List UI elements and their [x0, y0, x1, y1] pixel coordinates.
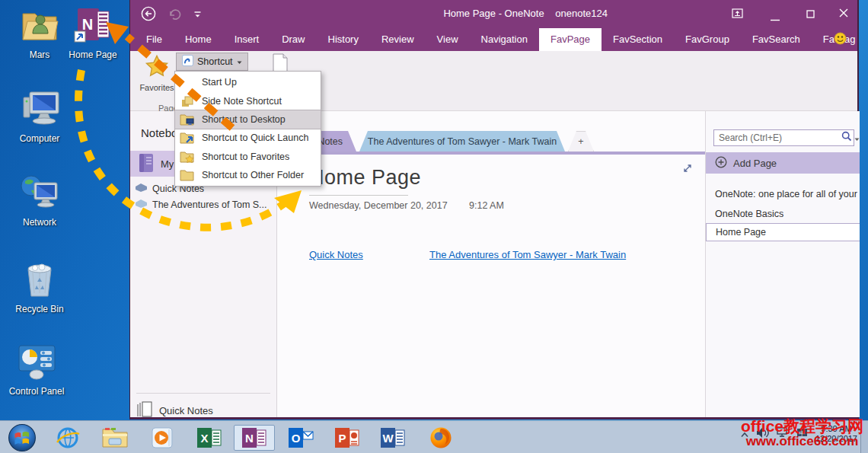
desktop-icon-label: Control Panel [3, 386, 70, 397]
favorites-button[interactable]: Favorites [138, 54, 176, 106]
menu-item-shortcut-to-favorites[interactable]: Shortcut to Favorites [175, 148, 321, 166]
add-section-label: + [578, 136, 583, 147]
quick-notes-footer[interactable]: Quick Notes [136, 400, 213, 421]
page-list-pane: Add Page OneNote: one place for all of y… [705, 111, 860, 417]
tab-view[interactable]: View [426, 28, 470, 51]
window-title: Home Page - OneNote [130, 8, 857, 19]
word-icon[interactable]: W [378, 425, 407, 451]
ribbon-display-options-icon[interactable] [732, 8, 743, 21]
folder-arrow-icon [180, 131, 196, 145]
internet-explorer-icon[interactable] [53, 425, 82, 451]
tab-favsearch[interactable]: FavSearch [741, 28, 812, 51]
onenote-taskbar-icon[interactable]: N [234, 425, 275, 451]
tray-expand-icon[interactable] [740, 427, 749, 441]
search-box[interactable] [713, 129, 854, 146]
favorites-label: Favorites [138, 83, 176, 92]
start-button[interactable] [8, 425, 37, 451]
tab-home[interactable]: Home [174, 28, 223, 51]
desktop-icon-label: Network [6, 217, 73, 228]
tab-file[interactable]: File [135, 28, 174, 51]
section-label: The Adventures of Tom S... [152, 199, 267, 210]
link-tom-sawyer[interactable]: The Adventures of Tom Sawyer - Mark Twai… [429, 249, 626, 260]
tab-navigation[interactable]: Navigation [470, 28, 539, 51]
svg-text:O: O [292, 432, 301, 445]
pages-icon [136, 400, 153, 421]
tab-favpage[interactable]: FavPage [539, 28, 602, 51]
network-tray-icon[interactable] [777, 427, 790, 441]
tab-insert[interactable]: Insert [223, 28, 271, 51]
titlebar: Home Page - OneNote onenote124 [130, 0, 857, 27]
menu-item-label: Side Note Shortcut [202, 96, 282, 107]
tab-favsection[interactable]: FavSection [602, 28, 674, 51]
menu-item-label: Shortcut to Desktop [202, 114, 286, 125]
link-quick-notes[interactable]: Quick Notes [309, 249, 363, 260]
page-list-item[interactable]: OneNote: one place for all of your [706, 186, 860, 203]
powerpoint-icon[interactable]: P [333, 425, 362, 451]
shortcut-dropdown-button[interactable]: Shortcut [176, 53, 248, 71]
menu-item-shortcut-to-other-folder[interactable]: Shortcut to Other Folder [175, 166, 321, 184]
svg-text:中: 中 [799, 430, 805, 437]
media-player-icon[interactable] [148, 425, 177, 451]
menu-item-shortcut-to-desktop[interactable]: Shortcut to Desktop [175, 110, 321, 129]
maximize-button[interactable] [806, 9, 815, 21]
desktop-icon-recycle-bin[interactable]: Recycle Bin [6, 260, 73, 314]
onenote-shortcut-icon: N [72, 33, 113, 46]
notebook-icon [138, 153, 155, 175]
page-item-label: OneNote: one place for all of your [715, 189, 857, 199]
menu-item-side-note-shortcut[interactable]: Side Note Shortcut [175, 91, 321, 110]
add-page-button[interactable]: Add Page [706, 152, 860, 174]
page-list-item[interactable]: OneNote Basics [706, 206, 860, 222]
desktop-icon-label: Home Page [59, 49, 126, 60]
outlook-icon[interactable]: O [286, 425, 315, 451]
add-section-tab[interactable]: + [568, 131, 594, 152]
volume-icon[interactable] [756, 427, 770, 442]
minimize-button[interactable] [771, 12, 780, 24]
menu-item-label: Start Up [202, 77, 237, 88]
clock-time: 9:30 AM [821, 424, 851, 433]
page-title[interactable]: Home Page [309, 166, 421, 190]
svg-text:W: W [382, 432, 394, 445]
section-tab-tom-sawyer[interactable]: The Adventures of Tom Sawyer - Mark Twai… [359, 131, 565, 152]
taskbar-clock[interactable]: 9:30 AM 12/20/2017 [815, 424, 857, 444]
section-item-tom-sawyer[interactable]: The Adventures of Tom S... [135, 197, 267, 212]
excel-icon[interactable]: X [195, 425, 224, 451]
ribbon-tab-bar: File Home Insert Draw History Review Vie… [130, 27, 857, 51]
menu-item-shortcut-to-quick-launch[interactable]: Shortcut to Quick Launch [175, 129, 321, 147]
tab-review[interactable]: Review [370, 28, 426, 51]
menu-item-start-up[interactable]: Start Up [175, 73, 321, 91]
close-button[interactable] [839, 8, 848, 20]
desktop-icon-home-page[interactable]: N Home Page [59, 6, 126, 60]
firefox-icon[interactable] [426, 425, 455, 451]
desktop-icon-control-panel[interactable]: Control Panel [3, 344, 70, 397]
search-icon[interactable] [841, 131, 852, 145]
desktop: Mars N Home Page Computer [0, 0, 868, 453]
title-rule [309, 195, 408, 196]
folder-star-icon [180, 150, 196, 164]
account-name[interactable]: onenote124 [555, 8, 608, 19]
show-desktop-button[interactable] [860, 421, 868, 453]
tab-draw[interactable]: Draw [270, 28, 316, 51]
language-tray-icon[interactable]: 中 [796, 427, 809, 441]
desktop-icon-computer[interactable]: Computer [6, 90, 73, 144]
pane-divider [136, 393, 270, 394]
file-explorer-icon[interactable] [101, 425, 129, 451]
search-input[interactable] [714, 132, 841, 143]
feedback-smiley-icon[interactable] [834, 32, 847, 48]
page-list-item-selected[interactable]: Home Page [706, 223, 860, 241]
desktop-icon-network[interactable]: Network [6, 174, 73, 228]
add-page-label: Add Page [733, 158, 777, 169]
full-page-view-icon[interactable] [682, 163, 693, 177]
tab-history[interactable]: History [317, 28, 370, 51]
desktop-icon-label: Computer [6, 133, 73, 144]
folder-icon [180, 168, 196, 182]
star-icon [145, 68, 169, 81]
recycle-bin-icon [22, 288, 57, 301]
menu-item-label: Shortcut to Other Folder [202, 170, 304, 180]
folder-user-icon [20, 33, 59, 46]
menu-item-label: Shortcut to Quick Launch [202, 132, 308, 143]
section-icon [135, 183, 148, 195]
svg-text:N: N [82, 16, 93, 33]
search-scope-chevron-icon[interactable] [854, 131, 860, 145]
tab-favgroup[interactable]: FavGroup [674, 28, 741, 51]
control-panel-icon [15, 370, 58, 383]
